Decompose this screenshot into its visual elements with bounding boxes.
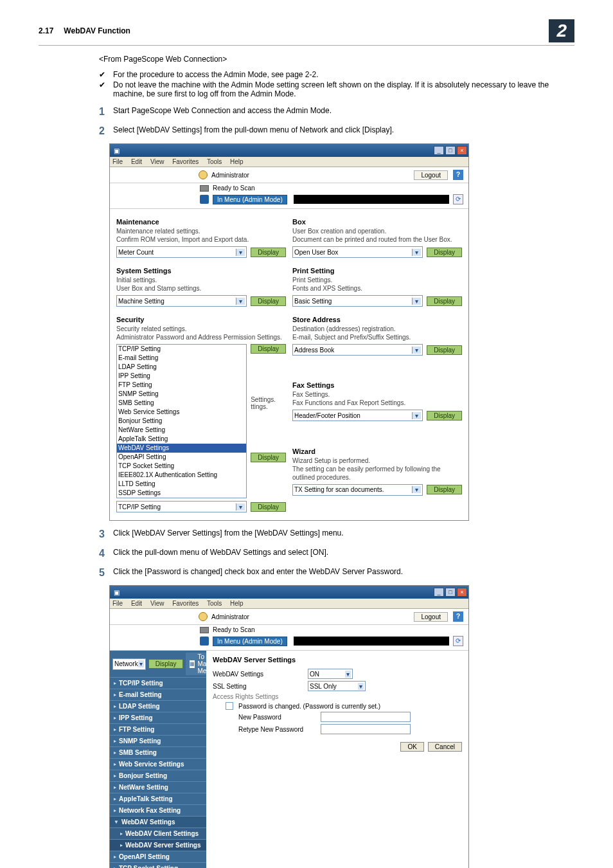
list-item[interactable]: SSDP Settings [117, 489, 246, 498]
list-item[interactable]: LLTD Setting [117, 480, 246, 489]
list-item[interactable]: NetWare Setting [117, 426, 246, 435]
maximize-icon[interactable]: □ [445, 588, 456, 597]
logout-button[interactable]: Logout [414, 170, 448, 180]
list-item[interactable]: TCP Socket Setting [117, 462, 246, 471]
close-icon[interactable]: × [457, 146, 467, 155]
menu-tools[interactable]: Tools [207, 600, 222, 607]
wizard-select[interactable]: TX Setting for scan documents.▾ [292, 484, 423, 496]
ie-icon: ▣ [114, 589, 120, 596]
list-item[interactable]: OpenAPI Setting [117, 453, 246, 462]
reload-icon[interactable]: ⟳ [453, 194, 463, 204]
webdav-settings-select[interactable]: ON▾ [308, 669, 353, 679]
screenshot-b: ▣ _ □ × File Edit View Favorites Tools H… [109, 585, 469, 868]
menu-edit[interactable]: Edit [131, 158, 142, 165]
menu-view[interactable]: View [150, 158, 164, 165]
menu-help[interactable]: Help [230, 600, 244, 607]
step-text: Click the pull-down menu of WebDAV Setti… [113, 548, 328, 559]
security-listbox[interactable]: TCP/IP SettingE-mail SettingLDAP Setting… [116, 344, 247, 498]
sidebar-item[interactable]: ▸Web Service Settings [110, 758, 206, 770]
menu-bar[interactable]: File Edit View Favorites Tools Help [110, 599, 468, 609]
password-changed-checkbox[interactable] [226, 702, 233, 710]
list-item[interactable]: IEEE802.1X Authentication Setting [117, 471, 246, 480]
store-title: Store Address [292, 316, 462, 323]
list-item[interactable]: SNMP Setting [117, 390, 246, 399]
menu-view[interactable]: View [150, 600, 164, 607]
fax-display-button[interactable]: Display [427, 411, 462, 420]
list-item[interactable]: IPP Setting [117, 372, 246, 381]
sidebar-item[interactable]: ▸Network Fax Setting [110, 804, 206, 816]
maintenance-select[interactable]: Meter Count▾ [116, 246, 247, 258]
list-item[interactable]: E-mail Setting [117, 354, 246, 363]
menu-edit[interactable]: Edit [131, 600, 142, 607]
sidebar-item[interactable]: ▸E-mail Setting [110, 689, 206, 700]
help-icon[interactable]: ? [453, 170, 463, 180]
list-item[interactable]: WebDAV Settings [117, 444, 246, 453]
cancel-button[interactable]: Cancel [428, 742, 462, 752]
menu-help[interactable]: Help [230, 158, 244, 165]
nav-display-button[interactable]: Display [148, 659, 184, 669]
system-select[interactable]: Machine Setting▾ [116, 295, 247, 307]
security-display-button[interactable]: Display [251, 344, 286, 354]
menu-file[interactable]: File [112, 158, 123, 165]
menu-file[interactable]: File [112, 600, 123, 607]
help-icon[interactable]: ? [453, 611, 463, 622]
sidebar-item[interactable]: ▸SNMP Setting [110, 735, 206, 746]
list-item[interactable]: AppleTalk Setting [117, 435, 246, 444]
security-bottom-select[interactable]: TCP/IP Setting▾ [116, 501, 247, 512]
store-select[interactable]: Address Book▾ [292, 344, 423, 356]
check-icon: ✔ [99, 70, 113, 79]
security-title: Security [116, 316, 286, 323]
list-item[interactable]: FTP Setting [117, 381, 246, 390]
fax-select[interactable]: Header/Footer Position▾ [292, 410, 423, 421]
nav-category-select[interactable]: Network▾ [112, 658, 146, 670]
step: 3 Click [WebDAV Server Settings] from th… [99, 529, 574, 540]
maintenance-display-button[interactable]: Display [251, 248, 286, 257]
mode-button[interactable]: In Menu (Admin Mode) [213, 195, 287, 204]
sidebar-item[interactable]: ▸AppleTalk Setting [110, 793, 206, 804]
mode-button[interactable]: In Menu (Admin Mode) [213, 637, 287, 646]
menu-favorites[interactable]: Favorites [172, 600, 199, 607]
minimize-icon[interactable]: _ [434, 146, 444, 155]
sidebar-item[interactable]: ▸OpenAPI Setting [110, 851, 206, 862]
sidebar-item[interactable]: ▸IPP Setting [110, 712, 206, 723]
retype-password-input[interactable] [321, 724, 411, 734]
print-select[interactable]: Basic Setting▾ [292, 295, 423, 307]
sidebar-group-webdav[interactable]: ▼WebDAV Settings [110, 816, 206, 827]
list-item[interactable]: Web Service Settings [117, 408, 246, 417]
sidebar-item[interactable]: ▸LDAP Setting [110, 700, 206, 712]
security-display-button-2[interactable]: Display [251, 453, 286, 462]
list-item[interactable]: TCP/IP Setting [117, 345, 246, 354]
logout-button[interactable]: Logout [414, 612, 448, 622]
sidebar-item[interactable]: ▸Bonjour Setting [110, 770, 206, 781]
ssl-setting-select[interactable]: SSL Only▾ [308, 681, 366, 691]
wizard-display-button[interactable]: Display [427, 485, 462, 494]
sidebar-item[interactable]: ▸TCP/IP Setting [110, 677, 206, 689]
menu-favorites[interactable]: Favorites [172, 158, 199, 165]
sidebar-item[interactable]: ▸TCP Socket Setting [110, 862, 206, 868]
sidebar-subitem[interactable]: ▸WebDAV Client Settings [110, 827, 206, 839]
menu-bar[interactable]: File Edit View Favorites Tools Help [110, 157, 468, 167]
sidebar-item[interactable]: ▸NetWare Setting [110, 781, 206, 793]
new-password-input[interactable] [321, 712, 411, 722]
box-display-button[interactable]: Display [427, 248, 462, 257]
list-item[interactable]: SMB Setting [117, 399, 246, 408]
print-display-button[interactable]: Display [427, 296, 462, 306]
minimize-icon[interactable]: _ [434, 588, 444, 597]
sidebar-item[interactable]: ▸FTP Setting [110, 723, 206, 735]
box-select[interactable]: Open User Box▾ [292, 246, 423, 258]
step-number: 3 [99, 529, 113, 540]
list-item[interactable]: Bonjour Setting [117, 417, 246, 426]
window-titlebar: ▣ _ □ × [110, 144, 468, 157]
sidebar-item[interactable]: ▸SMB Setting [110, 746, 206, 758]
system-display-button[interactable]: Display [251, 296, 286, 306]
sidebar-subitem[interactable]: ▸WebDAV Server Settings [110, 839, 206, 851]
reload-icon[interactable]: ⟳ [453, 636, 463, 646]
store-display-button[interactable]: Display [427, 345, 462, 355]
system-title: System Settings [116, 267, 286, 275]
menu-tools[interactable]: Tools [207, 158, 222, 165]
security-bottom-display-button[interactable]: Display [251, 502, 286, 512]
maximize-icon[interactable]: □ [445, 146, 456, 155]
ok-button[interactable]: OK [400, 742, 423, 752]
close-icon[interactable]: × [457, 588, 467, 597]
list-item[interactable]: LDAP Setting [117, 363, 246, 372]
